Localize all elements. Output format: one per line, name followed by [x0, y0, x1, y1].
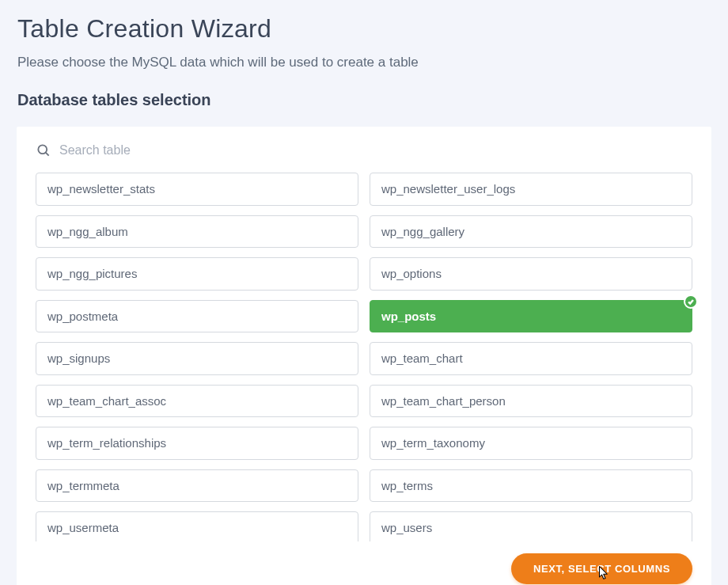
table-item[interactable]: wp_posts — [370, 300, 692, 333]
table-item[interactable]: wp_newsletter_stats — [36, 173, 358, 206]
table-item[interactable]: wp_newsletter_user_logs — [370, 173, 692, 206]
table-item-label: wp_ngg_album — [47, 225, 128, 238]
table-item-label: wp_signups — [47, 351, 110, 365]
table-item-label: wp_options — [381, 267, 442, 280]
svg-point-0 — [38, 145, 47, 154]
search-input[interactable] — [59, 143, 692, 158]
table-item-label: wp_ngg_gallery — [381, 225, 464, 238]
table-item[interactable]: wp_postmeta — [36, 300, 358, 333]
tables-scroll[interactable]: wp_newsletter_statswp_newsletter_user_lo… — [17, 165, 711, 541]
svg-line-1 — [46, 153, 49, 156]
table-item-label: wp_term_relationships — [47, 436, 166, 450]
table-item-label: wp_team_chart_assoc — [47, 394, 166, 408]
table-item[interactable]: wp_term_relationships — [36, 427, 358, 460]
table-item[interactable]: wp_options — [370, 257, 692, 291]
search-icon — [36, 142, 51, 158]
table-item-label: wp_postmeta — [47, 310, 118, 323]
page-subtitle: Please choose the MySQL data which will … — [17, 55, 711, 70]
table-item[interactable]: wp_term_taxonomy — [370, 427, 692, 460]
table-item-label: wp_usermeta — [47, 521, 119, 534]
table-item[interactable]: wp_team_chart_assoc — [36, 385, 358, 418]
table-item-label: wp_terms — [381, 479, 433, 492]
table-item[interactable]: wp_ngg_pictures — [36, 257, 358, 291]
page-title: Table Creation Wizard — [17, 14, 711, 44]
table-item[interactable]: wp_team_chart_person — [370, 385, 692, 418]
table-item[interactable]: wp_usermeta — [36, 511, 358, 541]
table-item-label: wp_posts — [381, 310, 436, 323]
check-icon — [684, 294, 698, 309]
table-item[interactable]: wp_termmeta — [36, 469, 358, 503]
tables-card: wp_newsletter_statswp_newsletter_user_lo… — [17, 127, 711, 585]
table-item-label: wp_team_chart_person — [381, 394, 506, 408]
table-item[interactable]: wp_ngg_gallery — [370, 215, 692, 249]
table-item[interactable]: wp_ngg_album — [36, 215, 358, 249]
table-item[interactable]: wp_terms — [370, 469, 692, 503]
table-item-label: wp_ngg_pictures — [47, 267, 137, 280]
table-item[interactable]: wp_team_chart — [370, 342, 692, 375]
table-item-label: wp_termmeta — [47, 479, 119, 492]
table-item[interactable]: wp_users — [370, 511, 692, 541]
section-title: Database tables selection — [17, 91, 711, 109]
next-button[interactable]: NEXT, SELECT COLUMNS — [511, 553, 692, 584]
table-item-label: wp_users — [381, 521, 432, 534]
table-item-label: wp_newsletter_stats — [47, 182, 155, 196]
table-item-label: wp_team_chart — [381, 351, 463, 365]
table-item-label: wp_newsletter_user_logs — [381, 182, 515, 196]
search-bar — [17, 127, 711, 165]
table-item[interactable]: wp_signups — [36, 342, 358, 375]
table-item-label: wp_term_taxonomy — [381, 436, 485, 450]
